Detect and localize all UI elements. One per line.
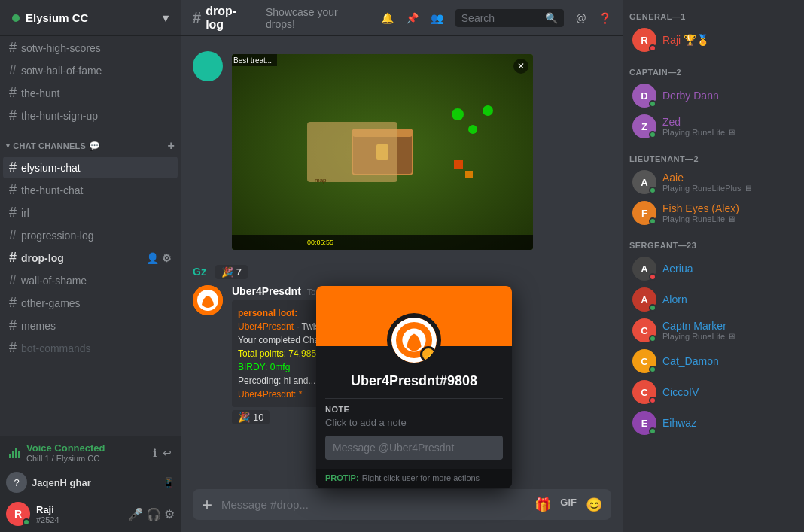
member-category-captain: CAPTAIN—2 bbox=[623, 56, 804, 80]
channel-name: drop-log bbox=[21, 252, 64, 264]
member-item-eihwaz[interactable]: E Eihwaz bbox=[626, 408, 801, 438]
gz-reaction[interactable]: 🎉 7 bbox=[215, 265, 248, 279]
chat-channels-category[interactable]: ▾ CHAT CHANNELS 💬 + bbox=[0, 127, 181, 156]
user-info: Raji #2524 bbox=[36, 504, 122, 524]
user-status-dot bbox=[23, 518, 30, 526]
hash-icon: # bbox=[9, 160, 17, 175]
chat-icon: 💬 bbox=[89, 141, 100, 151]
member-item-zed[interactable]: Z Zed Playing RuneLite 🖥 bbox=[626, 111, 801, 141]
channel-item-the-hunt-chat[interactable]: # the-hunt-chat bbox=[3, 179, 178, 201]
mute-icon[interactable]: 🎤 bbox=[128, 507, 143, 521]
channel-item-progression-log[interactable]: # progression-log bbox=[3, 224, 178, 246]
member-sub-captn-marker: Playing RuneLite 🖥 bbox=[662, 332, 795, 341]
svg-text:Best treat...: Best treat... bbox=[233, 56, 272, 65]
channel-item-sotw-high-scores[interactable]: # sotw-high-scores bbox=[3, 37, 178, 59]
info-icon[interactable]: ℹ bbox=[153, 447, 157, 459]
svg-text:00:05:55: 00:05:55 bbox=[307, 239, 333, 246]
reaction-emoji: 🎉 bbox=[238, 412, 250, 423]
mention-icon[interactable]: @ bbox=[576, 12, 586, 24]
profile-popup: 🌙 Uber4Presdnt#9808 NOTE Click to add a … bbox=[316, 286, 512, 488]
member-item-aeriua[interactable]: A Aeriua bbox=[626, 254, 801, 284]
member-sub-fish-eyes: Playing RuneLite 🖥 bbox=[662, 214, 795, 223]
game-image-inner: Best treat... 00:05:55 bbox=[232, 54, 533, 250]
channel-item-irl[interactable]: # irl bbox=[3, 202, 178, 223]
member-item-alorn[interactable]: A Alorn bbox=[626, 284, 801, 315]
protip-text: Right click user for more actions bbox=[362, 473, 480, 482]
channel-item-bot-commands[interactable]: # bot-commands bbox=[3, 337, 178, 359]
svg-text:map: map bbox=[315, 177, 327, 184]
member-avatar-raji: R bbox=[632, 28, 656, 52]
member-item-captn-marker[interactable]: C Captn Marker Playing RuneLite 🖥 bbox=[626, 315, 801, 345]
popup-message-input[interactable]: Message @Uber4Presdnt bbox=[325, 436, 503, 460]
channel-item-drop-log[interactable]: # drop-log 👤 ⚙ bbox=[3, 247, 178, 269]
chat-header: # drop-log Showcase your drops! 🔔 📌 👥 Se… bbox=[181, 0, 623, 36]
member-category-sergeant: SERGEANT—23 bbox=[623, 229, 804, 253]
chat-header-icons: 🔔 📌 👥 Search 🔍 @ ❓ bbox=[381, 9, 611, 27]
member-item-aaie[interactable]: A Aaie Playing RuneLitePlus 🖥 bbox=[626, 167, 801, 197]
member-info-derby: Derby Dann bbox=[662, 90, 795, 102]
channel-name: sotw-hall-of-fame bbox=[21, 65, 102, 77]
member-info-aeriua: Aeriua bbox=[662, 263, 795, 275]
channel-item-wall-of-shame[interactable]: # wall-of-shame bbox=[3, 269, 178, 291]
gif-icon[interactable]: GIF bbox=[560, 497, 577, 513]
member-avatar-fish-eyes: F bbox=[632, 201, 656, 225]
close-image-button[interactable]: ✕ bbox=[513, 59, 528, 74]
channel-item-other-games[interactable]: # other-games bbox=[3, 292, 178, 314]
members-icon[interactable]: 👥 bbox=[431, 12, 443, 24]
member-avatar-alorn: A bbox=[632, 287, 656, 312]
voice-bars-icon bbox=[9, 448, 20, 458]
popup-status-badge: 🌙 bbox=[420, 346, 437, 363]
channel-item-the-hunt[interactable]: # the-hunt bbox=[3, 82, 178, 104]
emoji-icon[interactable]: 😊 bbox=[586, 497, 602, 513]
disconnect-icon[interactable]: ↩ bbox=[163, 447, 172, 459]
user-tag: #2524 bbox=[36, 515, 122, 524]
channel-item-sotw-hall-of-fame[interactable]: # sotw-hall-of-fame bbox=[3, 59, 178, 81]
channel-item-the-hunt-sign-up[interactable]: # the-hunt-sign-up bbox=[3, 105, 178, 126]
member-status-derby bbox=[649, 100, 656, 108]
member-item-derby-dann[interactable]: D Derby Dann bbox=[626, 81, 801, 111]
right-sidebar: GENERAL—1 R Raji 🏆🏅 CAPTAIN—2 D Derby Da… bbox=[623, 0, 804, 532]
member-avatar-aeriua: A bbox=[632, 257, 656, 281]
member-status-zed bbox=[649, 131, 656, 138]
member-info-zed: Zed Playing RuneLite 🖥 bbox=[662, 116, 795, 137]
channel-name: other-games bbox=[21, 297, 81, 309]
popup-note-input[interactable]: Click to add a note bbox=[325, 417, 503, 428]
headset-icon[interactable]: 🎧 bbox=[146, 507, 161, 521]
member-item-raji[interactable]: R Raji 🏆🏅 bbox=[626, 25, 801, 55]
add-member-icon[interactable]: 👤 bbox=[146, 252, 159, 264]
gift-icon[interactable]: 🎁 bbox=[534, 497, 551, 513]
help-icon[interactable]: ❓ bbox=[598, 12, 611, 24]
add-channel-icon[interactable]: + bbox=[167, 139, 175, 153]
search-label: Search bbox=[461, 12, 495, 24]
popup-avatar-wrap: 🌙 bbox=[387, 313, 441, 367]
settings-icon[interactable]: ⚙ bbox=[164, 507, 175, 521]
member-item-cicciv[interactable]: C CiccoIV bbox=[626, 377, 801, 407]
server-name: Elysium CC bbox=[26, 11, 88, 24]
user-controls: 🎤 🎧 ⚙ bbox=[128, 507, 175, 521]
member-category-general: GENERAL—1 bbox=[623, 0, 804, 24]
member-item-cat-damon[interactable]: C Cat_Damon bbox=[626, 346, 801, 376]
message-input[interactable] bbox=[221, 489, 525, 520]
channel-name: bot-commands bbox=[21, 342, 91, 354]
search-box[interactable]: Search 🔍 bbox=[455, 9, 564, 27]
bell-icon[interactable]: 🔔 bbox=[381, 12, 394, 24]
member-status-aaie bbox=[649, 187, 656, 194]
channel-item-elysium-chat[interactable]: # elysium-chat bbox=[3, 157, 178, 178]
member-name-cicciv: CiccoIV bbox=[662, 386, 795, 398]
member-status-aeriua bbox=[649, 273, 656, 281]
server-header[interactable]: Elysium CC ▾ bbox=[0, 0, 181, 36]
voice-actions: ℹ ↩ bbox=[153, 447, 172, 459]
channel-name: memes bbox=[21, 320, 56, 332]
member-status-fish-eyes bbox=[649, 217, 656, 225]
channel-icons: 👤 ⚙ bbox=[146, 252, 172, 264]
member-avatar-zed: Z bbox=[632, 114, 656, 138]
msg-author-uber: Uber4Presdnt bbox=[232, 285, 301, 297]
pin-icon[interactable]: 📌 bbox=[406, 12, 419, 24]
channel-item-memes[interactable]: # memes bbox=[3, 315, 178, 336]
settings-icon[interactable]: ⚙ bbox=[162, 252, 172, 264]
member-item-fish-eyes[interactable]: F Fish Eyes (Alex) Playing RuneLite 🖥 bbox=[626, 198, 801, 228]
channel-name: irl bbox=[21, 207, 29, 219]
server-status-dot bbox=[12, 14, 20, 22]
attach-button[interactable]: + bbox=[202, 494, 212, 515]
hash-big-icon: # bbox=[193, 9, 201, 26]
